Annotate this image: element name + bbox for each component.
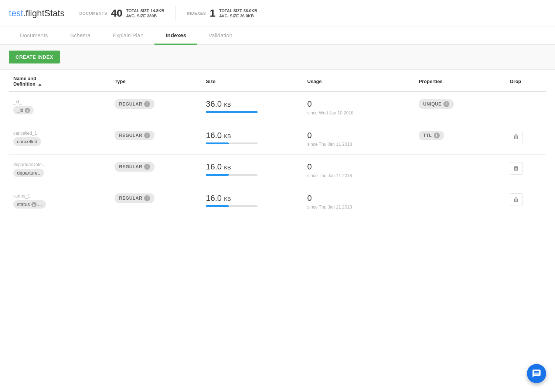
type-info-icon[interactable]: i (144, 133, 150, 138)
table-row: status_1 status▲... REGULAR i 16.0 KB 0 … (9, 186, 546, 217)
usage-count: 0 (307, 162, 410, 172)
index-name-label: cancelled_1 (13, 131, 106, 136)
size-value: 36.0 KB (206, 99, 298, 109)
documents-sub-stats: TOTAL SIZE 14.8KB AVG. SIZE 380B (126, 8, 164, 18)
th-drop: Drop (505, 70, 546, 92)
type-info-icon[interactable]: i (144, 101, 150, 107)
documents-total-size: TOTAL SIZE 14.8KB (126, 8, 164, 13)
index-name-cell: _id_ _id▲ (9, 92, 110, 123)
size-value: 16.0 KB (206, 131, 298, 140)
index-size-cell: 36.0 KB (201, 92, 303, 123)
type-badge: REGULAR i (115, 131, 154, 140)
tab-schema[interactable]: Schema (59, 27, 102, 45)
th-size: Size (201, 70, 303, 92)
index-drop-cell: 🗑 (505, 123, 546, 155)
index-drop-cell (505, 92, 546, 123)
create-index-button[interactable]: CREATE INDEX (9, 51, 60, 63)
index-drop-cell: 🗑 (505, 155, 546, 186)
index-type-cell: REGULAR i (110, 186, 201, 217)
index-type-cell: REGULAR i (110, 123, 201, 155)
logo-brand: flightStats (25, 8, 64, 18)
index-usage-cell: 0 since Thu Jan 11 2018 (303, 186, 415, 217)
drop-index-button[interactable]: 🗑 (510, 193, 522, 206)
documents-count: 40 (111, 7, 122, 19)
property-info-icon[interactable]: i (434, 133, 440, 138)
indexes-total-size: TOTAL SIZE 36.0KB (219, 8, 257, 13)
tab-explain-plan[interactable]: Explain Plan (102, 27, 154, 45)
indexes-avg-size: AVG. SIZE 36.0KB (219, 14, 257, 18)
documents-avg-size: AVG. SIZE 380B (126, 14, 164, 18)
size-progress-fill (206, 174, 229, 176)
table-row: departureDate... departure.. REGULAR i 1… (9, 155, 546, 186)
size-value: 16.0 KB (206, 162, 298, 172)
indexes-table-wrapper: Name andDefinition Type Size Usage Prope… (0, 70, 555, 217)
size-value: 16.0 KB (206, 193, 298, 203)
size-progress-fill (206, 142, 229, 144)
type-badge: REGULAR i (115, 193, 154, 203)
drop-index-button[interactable]: 🗑 (510, 131, 522, 143)
type-badge: REGULAR i (115, 99, 154, 109)
usage-count: 0 (307, 193, 410, 203)
index-name-badge: departure.. (13, 169, 44, 177)
index-property-cell (414, 155, 505, 186)
index-type-cell: REGULAR i (110, 155, 201, 186)
property-info-icon[interactable]: i (443, 101, 449, 107)
index-name-label: status_1 (13, 193, 106, 199)
index-property-cell (414, 186, 505, 217)
tab-documents[interactable]: Documents (9, 27, 59, 45)
index-name-badge: cancelled (13, 137, 41, 146)
usage-since: since Thu Jan 11 2018 (307, 204, 410, 210)
index-size-cell: 16.0 KB (201, 186, 303, 217)
indexes-stat: INDEXES 1 TOTAL SIZE 36.0KB AVG. SIZE 36… (187, 7, 258, 19)
drop-index-button[interactable]: 🗑 (510, 162, 522, 175)
index-name-cell: departureDate... departure.. (9, 155, 110, 186)
th-properties: Properties (414, 70, 505, 92)
stats-group: DOCUMENTS 40 TOTAL SIZE 14.8KB AVG. SIZE… (79, 6, 258, 21)
tab-validation[interactable]: Validation (197, 27, 244, 45)
type-badge: REGULAR i (115, 162, 154, 172)
index-name-label: _id_ (13, 99, 106, 104)
index-size-cell: 16.0 KB (201, 123, 303, 155)
th-usage: Usage (303, 70, 415, 92)
usage-count: 0 (307, 131, 410, 140)
documents-label: DOCUMENTS (79, 11, 107, 16)
th-name-definition: Name andDefinition (9, 70, 110, 92)
index-property-cell: TTL i (414, 123, 505, 155)
size-progress-bg (206, 205, 258, 207)
usage-since: since Thu Jan 11 2018 (307, 173, 410, 178)
table-row: _id_ _id▲ REGULAR i 36.0 KB 0 since Wed … (9, 92, 546, 123)
size-progress-bg (206, 111, 258, 113)
tab-indexes[interactable]: Indexes (154, 27, 197, 45)
tab-bar: Documents Schema Explain Plan Indexes Va… (0, 27, 555, 45)
sort-up-icon: ▲ (25, 108, 30, 113)
header-divider (176, 6, 176, 21)
indexes-table: Name andDefinition Type Size Usage Prope… (9, 70, 546, 217)
index-property-cell: UNIQUE i (414, 92, 505, 123)
index-usage-cell: 0 since Thu Jan 11 2018 (303, 155, 415, 186)
index-name-cell: status_1 status▲... (9, 186, 110, 217)
index-type-cell: REGULAR i (110, 92, 201, 123)
sort-icon (38, 83, 41, 86)
usage-count: 0 (307, 99, 410, 109)
index-size-cell: 16.0 KB (201, 155, 303, 186)
th-type: Type (110, 70, 201, 92)
index-usage-cell: 0 since Wed Jan 10 2018 (303, 92, 415, 123)
logo-test: test (9, 8, 23, 18)
index-name-cell: cancelled_1 cancelled (9, 123, 110, 155)
app-header: test.flightStats DOCUMENTS 40 TOTAL SIZE… (0, 0, 555, 27)
indexes-toolbar: CREATE INDEX (0, 45, 555, 70)
size-progress-fill (206, 205, 229, 207)
index-drop-cell: 🗑 (505, 186, 546, 217)
indexes-sub-stats: TOTAL SIZE 36.0KB AVG. SIZE 36.0KB (219, 8, 257, 18)
size-progress-bg (206, 142, 258, 144)
type-info-icon[interactable]: i (144, 164, 150, 170)
type-info-icon[interactable]: i (144, 195, 150, 201)
documents-stat: DOCUMENTS 40 TOTAL SIZE 14.8KB AVG. SIZE… (79, 7, 164, 19)
table-row: cancelled_1 cancelled REGULAR i 16.0 KB … (9, 123, 546, 155)
app-logo: test.flightStats (9, 8, 65, 18)
indexes-label: INDEXES (187, 11, 206, 16)
size-progress-bg (206, 174, 258, 176)
usage-since: since Wed Jan 10 2018 (307, 110, 410, 116)
index-name-label: departureDate... (13, 162, 106, 167)
index-name-badge: status▲... (13, 200, 46, 209)
